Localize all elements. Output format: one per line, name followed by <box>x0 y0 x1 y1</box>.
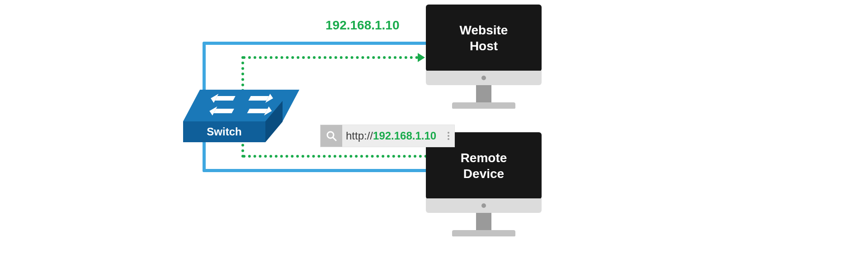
url-ip: 192.168.1.10 <box>373 130 436 142</box>
monitor-label-line1: Website <box>460 22 508 38</box>
monitor-label-line2: Device <box>463 166 504 182</box>
svg-line-1 <box>333 137 336 140</box>
monitor-label-line2: Host <box>470 38 498 54</box>
url-scheme: http:// <box>346 130 373 142</box>
dataflow-arrowhead <box>418 53 425 62</box>
monitor-base <box>452 102 515 109</box>
switch-label: Switch <box>207 125 241 138</box>
network-diagram: 192.168.1.10 Switch Website Host Remote … <box>0 0 868 255</box>
network-switch: Switch <box>183 90 283 144</box>
kebab-menu-icon[interactable] <box>445 125 454 147</box>
monitor-chin <box>426 71 542 85</box>
monitor-screen: Website Host <box>426 5 542 72</box>
connection-bottom-horizontal <box>203 169 429 172</box>
monitor-base <box>452 230 515 236</box>
search-button[interactable] <box>321 125 342 147</box>
power-led-icon <box>481 203 486 208</box>
website-host-ip-label: 192.168.1.10 <box>326 18 400 33</box>
monitor-neck <box>476 213 491 230</box>
search-icon <box>326 130 337 141</box>
monitor-label-line1: Remote <box>461 150 507 166</box>
website-host-monitor: Website Host <box>426 5 542 109</box>
monitor-neck <box>476 85 491 102</box>
browser-address-bar: http://192.168.1.10 <box>320 125 455 147</box>
url-text[interactable]: http://192.168.1.10 <box>342 130 445 142</box>
power-led-icon <box>481 76 486 80</box>
remote-device-monitor: Remote Device <box>426 132 542 236</box>
connection-top-horizontal <box>203 42 429 45</box>
dataflow-top <box>243 56 418 59</box>
dataflow-bottom <box>243 155 427 158</box>
monitor-chin <box>426 198 542 213</box>
